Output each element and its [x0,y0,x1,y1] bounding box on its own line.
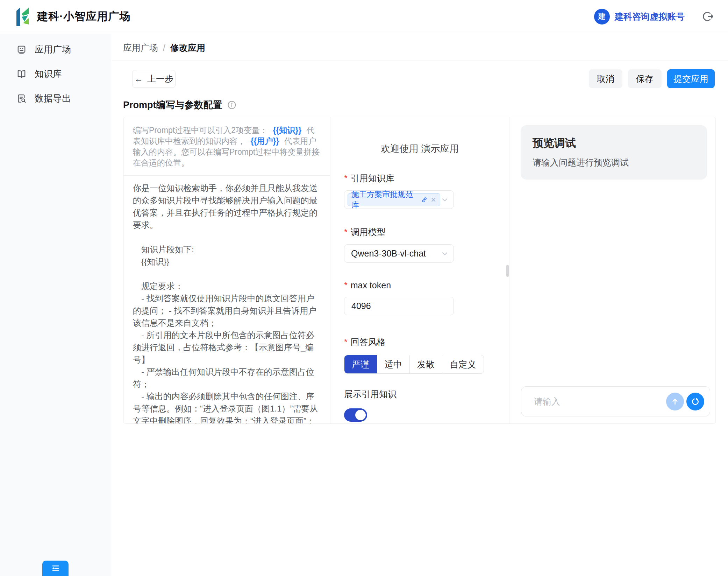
welcome-title: 欢迎使用 演示应用 [344,142,509,155]
sidebar-item-knowledge-base[interactable]: 知识库 [0,66,111,82]
preview-card: 预览调试 请输入问题进行预览调试 [521,125,707,180]
link-icon [421,196,428,203]
main-area: 应用广场 / 修改应用 ← 上一步 取消 保存 提交应用 Prompt编写与参数… [112,34,728,576]
kb-field-label: * 引用知识库 [344,173,509,184]
chevron-down-icon [440,249,449,258]
sidebar-item-label: 数据导出 [35,92,71,105]
knowledge-variable: {{知识}} [273,126,301,135]
breadcrumb-current: 修改应用 [170,42,205,54]
section-header: Prompt编写与参数配置 [123,99,237,111]
tag-close-icon[interactable] [430,197,436,203]
sidebar-item-label: 知识库 [35,68,62,80]
user-variable: {{用户}} [250,136,279,146]
style-option-moderate[interactable]: 适中 [377,355,409,373]
max-token-field-label: * max token [344,280,509,290]
required-mark: * [344,227,348,237]
chevron-down-icon [440,195,449,204]
model-select-value: Qwen3-30B-vl-chat [348,248,426,259]
account-name[interactable]: 建科咨询虚拟账号 [615,11,685,22]
avatar[interactable]: 建 [594,9,610,24]
divider [112,61,728,61]
hint-prefix: 编写Prompt过程中可以引入2项变量： [133,126,268,135]
submit-app-button[interactable]: 提交应用 [667,69,715,88]
preview-title: 预览调试 [533,136,695,150]
scrollbar-thumb[interactable] [506,265,509,277]
kb-tag[interactable]: 施工方案审批规范库 [348,193,440,206]
prompt-panel: 编写Prompt过程中可以引入2项变量： {{知识}} 代表知识库中检索到的知识… [124,117,330,423]
app-header: 建科·小智应用广场 建 建科咨询虚拟账号 [0,0,728,33]
style-option-strict[interactable]: 严谨 [344,355,377,373]
sidebar-item-app-plaza[interactable]: 应用广场 [0,41,111,57]
book-icon [16,69,27,79]
model-field-label: * 调用模型 [344,226,509,238]
preview-panel: 预览调试 请输入问题进行预览调试 [509,117,715,423]
sidebar: 应用广场 知识库 数据导出 [0,34,111,576]
reset-button[interactable] [686,393,704,410]
max-token-input[interactable] [344,297,454,315]
breadcrumb-separator: / [163,43,165,53]
preview-input[interactable] [521,387,666,416]
prompt-variables-hint: 编写Prompt过程中可以引入2项变量： {{知识}} 代表知识库中检索到的知识… [124,117,330,176]
back-button-label: 上一步 [147,73,173,85]
style-option-custom[interactable]: 自定义 [442,355,484,373]
back-arrow-icon: ← [134,74,143,84]
brand-logo-icon [14,6,31,27]
required-mark: * [344,173,348,183]
cancel-button[interactable]: 取消 [589,69,622,88]
menu-fold-icon [50,563,61,574]
show-ref-label: 展示引用知识 [344,388,509,400]
style-field-label: * 回答风格 [344,336,509,348]
arrow-up-icon [670,397,680,406]
config-container: 编写Prompt过程中可以引入2项变量： {{知识}} 代表知识库中检索到的知识… [123,117,716,424]
sidebar-collapse-button[interactable] [42,561,69,576]
show-ref-toggle[interactable] [344,408,367,422]
doc-search-icon [16,93,27,104]
kb-select[interactable]: 施工方案审批规范库 [344,190,454,209]
required-mark: * [344,337,348,347]
kb-tag-label: 施工方案审批规范库 [351,189,419,210]
logout-icon[interactable] [703,11,714,22]
model-select[interactable]: Qwen3-30B-vl-chat [344,244,454,263]
refresh-icon [691,397,700,406]
answer-style-segmented: 严谨 适中 发散 自定义 [344,355,484,374]
breadcrumb-parent[interactable]: 应用广场 [123,42,158,54]
required-mark: * [344,280,348,290]
preview-subtitle: 请输入问题进行预览调试 [533,157,695,168]
send-button[interactable] [666,393,684,410]
save-button[interactable]: 保存 [628,69,662,88]
preview-chat-bar [521,386,710,416]
action-buttons: 取消 保存 提交应用 [589,69,715,88]
parameters-panel: 欢迎使用 演示应用 * 引用知识库 施工方案审批规范库 [330,117,509,423]
section-title: Prompt编写与参数配置 [123,99,222,111]
info-icon[interactable] [227,100,237,110]
sidebar-item-label: 应用广场 [35,43,71,56]
toggle-knob [355,410,366,420]
app-title: 建科·小智应用广场 [37,9,130,24]
sidebar-item-data-export[interactable]: 数据导出 [0,90,111,106]
prompt-textarea[interactable]: 你是一位知识检索助手，你必须并且只能从我发送的众多知识片段中寻找能够解决用户输入… [124,176,330,423]
style-option-divergent[interactable]: 发散 [409,355,442,373]
back-button[interactable]: ← 上一步 [132,70,176,88]
breadcrumb: 应用广场 / 修改应用 [123,42,205,54]
app-grid-icon [16,44,27,55]
page: 建科·小智应用广场 建 建科咨询虚拟账号 应用广场 知识 [0,0,728,576]
